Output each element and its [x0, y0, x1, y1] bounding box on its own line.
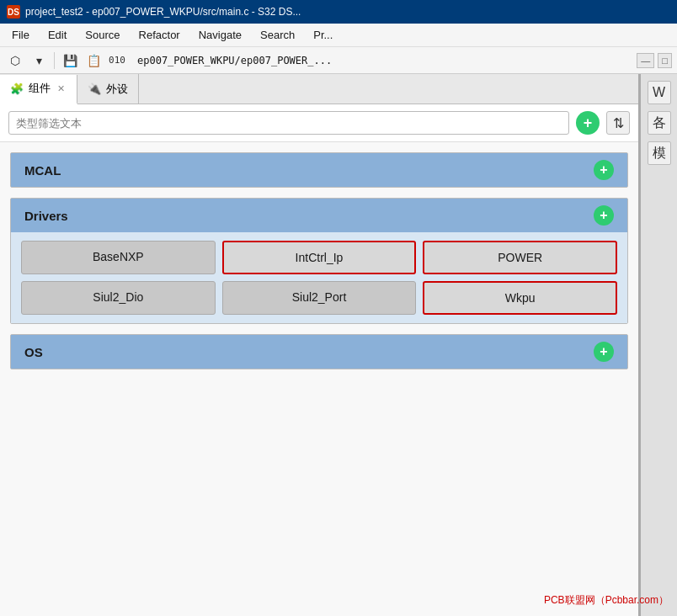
section-drivers-header: Drivers +	[11, 199, 627, 232]
component-siul2dio[interactable]: Siul2_Dio	[21, 281, 216, 315]
section-mcal-add-btn[interactable]: +	[594, 160, 614, 180]
right-icon-ge[interactable]: 各	[648, 111, 671, 135]
menu-search[interactable]: Search	[252, 25, 303, 45]
component-basenxp[interactable]: BaseNXP	[21, 241, 216, 274]
maximize-btn[interactable]: □	[658, 53, 672, 68]
section-mcal-title: MCAL	[24, 163, 61, 178]
toolbar-back-btn[interactable]: ⬡	[5, 50, 25, 71]
component-grid: BaseNXP IntCtrl_Ip POWER Siul2_Dio Siul2…	[21, 241, 617, 315]
section-drivers: Drivers + BaseNXP IntCtrl_Ip POWER Siul2…	[10, 198, 628, 324]
app-icon: DS	[7, 5, 20, 19]
watermark: PCB联盟网（Pcbbar.com）	[544, 593, 669, 608]
component-siul2port[interactable]: Siul2_Port	[222, 281, 417, 315]
component-icon: 🧩	[10, 82, 24, 95]
menu-navigate[interactable]: Navigate	[190, 25, 250, 45]
component-wkpu[interactable]: Wkpu	[423, 281, 617, 315]
main-layout: 🧩 组件 ✕ 🔌 外设 + ⇅ MCAL +	[0, 74, 677, 616]
section-mcal-header: MCAL +	[11, 153, 627, 187]
peripheral-icon: 🔌	[88, 82, 101, 96]
title-bar: DS project_test2 - ep007_POWER_WKPU/src/…	[0, 0, 677, 24]
menu-edit[interactable]: Edit	[40, 25, 75, 45]
section-mcal: MCAL +	[10, 152, 628, 188]
toolbar-window-controls: — □	[637, 53, 672, 68]
section-os-add-btn[interactable]: +	[594, 342, 614, 362]
section-drivers-add-btn[interactable]: +	[594, 205, 614, 226]
toolbar-save-btn[interactable]: 💾	[60, 50, 80, 71]
content-area: MCAL + Drivers + BaseNXP IntCtrl_Ip POWE…	[0, 142, 638, 616]
tab-components[interactable]: 🧩 组件 ✕	[0, 75, 77, 104]
toolbar-binary-btn[interactable]: 010	[107, 50, 127, 71]
component-power[interactable]: POWER	[423, 241, 617, 274]
section-drivers-title: Drivers	[24, 209, 68, 223]
tab-peripherals-label: 外设	[106, 82, 128, 97]
title-text: project_test2 - ep007_POWER_WKPU/src/mai…	[25, 6, 301, 18]
filter-input[interactable]	[8, 111, 569, 135]
add-button[interactable]: +	[576, 111, 600, 135]
toolbar-separator	[54, 52, 55, 69]
menu-refactor[interactable]: Refactor	[131, 25, 189, 45]
menu-bar: File Edit Source Refactor Navigate Searc…	[0, 24, 677, 47]
section-drivers-body: BaseNXP IntCtrl_Ip POWER Siul2_Dio Siul2…	[11, 232, 627, 323]
toolbar-dropdown-btn[interactable]: ▾	[29, 50, 49, 71]
sort-button[interactable]: ⇅	[606, 111, 630, 135]
tab-components-label: 组件	[29, 81, 51, 96]
tab-components-close[interactable]: ✕	[56, 82, 67, 95]
tab-peripherals[interactable]: 🔌 外设	[77, 74, 139, 104]
menu-file[interactable]: File	[3, 25, 38, 45]
menu-source[interactable]: Source	[77, 25, 128, 45]
menu-pr[interactable]: Pr...	[305, 25, 341, 45]
toolbar: ⬡ ▾ 💾 📋 010 ep007_POWER_WKPU/ep007_POWER…	[0, 47, 677, 74]
section-os: OS +	[10, 334, 628, 369]
filter-bar: + ⇅	[0, 104, 638, 142]
right-panel: W 各 模	[640, 74, 677, 616]
section-os-title: OS	[24, 345, 43, 359]
left-panel: 🧩 组件 ✕ 🔌 外设 + ⇅ MCAL +	[0, 74, 640, 616]
right-icon-w[interactable]: W	[648, 81, 671, 104]
toolbar-saveas-btn[interactable]: 📋	[83, 50, 104, 71]
tab-bar: 🧩 组件 ✕ 🔌 外设	[0, 74, 638, 104]
toolbar-path: ep007_POWER_WKPU/ep007_POWER_...	[137, 55, 332, 66]
section-os-header: OS +	[11, 335, 627, 369]
minimize-btn[interactable]: —	[637, 53, 654, 68]
component-intctrl[interactable]: IntCtrl_Ip	[222, 241, 417, 274]
right-icon-mo[interactable]: 模	[648, 141, 671, 165]
